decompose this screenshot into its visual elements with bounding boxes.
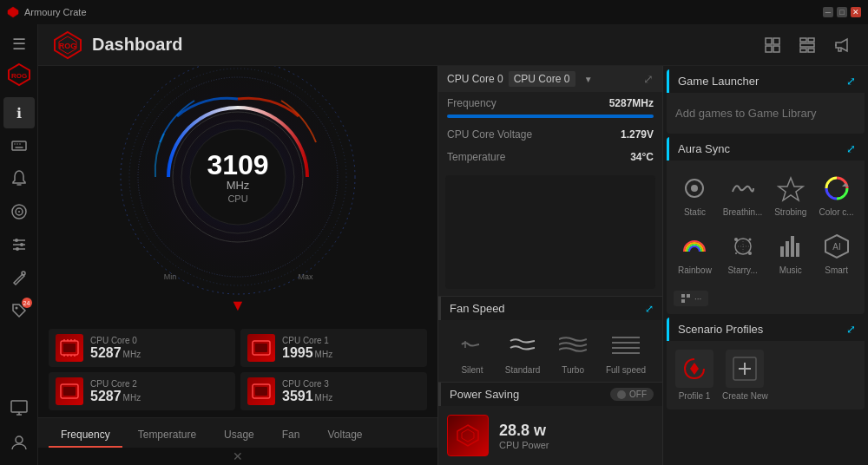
- power-saving-body: 28.8 w CPU Power: [438, 406, 662, 465]
- svg-rect-75: [791, 236, 794, 257]
- cpu-core-3-name: CPU Core 3: [282, 379, 420, 389]
- frequency-row: Frequency 5287MHz: [438, 92, 662, 115]
- gauge-unit: MHz: [207, 178, 268, 191]
- aura-extra-controls: ···: [667, 287, 865, 314]
- power-value: 28.8 w: [499, 422, 549, 440]
- sidebar-item-display[interactable]: [3, 392, 35, 423]
- create-new-icon: [726, 350, 764, 388]
- toggle-dot: [617, 390, 626, 399]
- fan-expand-icon[interactable]: ⤢: [645, 303, 654, 315]
- scenario-expand-icon[interactable]: ⤢: [846, 323, 856, 336]
- aura-breathing[interactable]: Breathin...: [720, 167, 766, 222]
- svg-rect-81: [681, 299, 685, 303]
- sidebar-item-badge[interactable]: 24: [3, 295, 35, 326]
- sidebar-item-sliders[interactable]: [3, 229, 35, 260]
- create-new-profile[interactable]: Create New: [722, 350, 768, 401]
- fan-standard[interactable]: Standard: [505, 327, 541, 375]
- scenario-profiles-title: Scenario Profiles: [678, 323, 763, 336]
- cpu-core-0-value: 5287: [90, 345, 122, 361]
- svg-marker-66: [779, 178, 803, 200]
- fan-turbo-svg: [559, 332, 587, 357]
- svg-rect-55: [63, 344, 76, 352]
- starry-icon-svg: [729, 232, 757, 260]
- aura-starry-icon: [727, 231, 759, 262]
- svg-point-65: [691, 185, 698, 192]
- game-launcher-expand-icon[interactable]: ⤢: [846, 75, 856, 88]
- aura-color-cycle[interactable]: Color c...: [815, 167, 858, 222]
- hamburger-menu[interactable]: ☰: [3, 31, 35, 57]
- tab-frequency[interactable]: Frequency: [49, 423, 122, 448]
- aura-static-label: Static: [684, 207, 706, 217]
- aura-smart[interactable]: AI Smart: [815, 226, 858, 280]
- fan-turbo-label: Turbo: [562, 365, 584, 375]
- fan-standard-svg: [509, 332, 536, 357]
- svg-rect-30: [773, 46, 779, 52]
- aura-sync-title: Aura Sync: [678, 142, 730, 155]
- power-saving-widget: Power Saving OFF: [438, 382, 662, 465]
- tab-temperature[interactable]: Temperature: [126, 423, 208, 448]
- tab-usage[interactable]: Usage: [212, 423, 266, 448]
- aura-strobing[interactable]: Strobing: [769, 167, 812, 222]
- cpu-core-dropdown[interactable]: CPU Core 0 CPU Core 1 CPU Core 2 CPU Cor…: [509, 71, 575, 87]
- fan-fullspeed[interactable]: Full speed: [606, 327, 646, 375]
- game-launcher-widget: Game Launcher ⤢ Add games to Game Librar…: [667, 69, 865, 134]
- svg-rect-73: [780, 246, 784, 257]
- keyboard-icon: [10, 137, 28, 154]
- svg-rect-20: [11, 401, 27, 412]
- cpu-monitor-header: CPU Core 0 CPU Core 0 CPU Core 1 CPU Cor…: [438, 66, 662, 92]
- svg-rect-79: [681, 294, 685, 298]
- header: ROG Dashboard: [38, 24, 868, 66]
- cpu-icon-0: [59, 339, 80, 357]
- cpu-core-3-item: CPU Core 3 3591 MHz: [240, 372, 427, 410]
- svg-point-71: [735, 252, 737, 254]
- notifications-button[interactable]: [830, 33, 854, 57]
- aura-starry[interactable]: Starry...: [720, 226, 766, 280]
- layout-view-button[interactable]: [795, 33, 819, 57]
- aura-music[interactable]: Music: [769, 226, 812, 280]
- svg-rect-61: [255, 387, 267, 396]
- frequency-bar: [447, 115, 654, 118]
- svg-rect-28: [773, 38, 779, 44]
- svg-rect-34: [800, 49, 806, 52]
- sidebar-item-dashboard[interactable]: ℹ: [3, 97, 35, 128]
- svg-text:ROG: ROG: [10, 72, 26, 80]
- tab-fan[interactable]: Fan: [270, 423, 312, 448]
- grid-view-button[interactable]: [760, 33, 785, 57]
- aura-rainbow-label: Rainbow: [678, 265, 712, 275]
- fan-turbo[interactable]: Turbo: [556, 327, 590, 375]
- aura-expand-icon[interactable]: ⤢: [846, 142, 856, 155]
- svg-point-19: [15, 307, 17, 310]
- rog-logo-icon: ROG: [7, 62, 31, 87]
- svg-point-72: [748, 252, 752, 255]
- aura-rainbow-icon: [679, 231, 710, 262]
- aura-extra-button[interactable]: ···: [674, 291, 708, 306]
- cpu-core-1-name: CPU Core 1: [282, 336, 420, 345]
- bottom-close-icon[interactable]: ✕: [38, 448, 437, 465]
- sidebar-item-tools[interactable]: [3, 262, 35, 293]
- left-panel: Min Max 3109 MHz CPU ▼: [38, 66, 437, 465]
- aura-static-icon: [679, 173, 710, 204]
- expand-icon[interactable]: ⤢: [643, 72, 654, 86]
- voltage-label: CPU Core Voltage: [447, 128, 532, 141]
- aura-smart-label: Smart: [825, 265, 848, 275]
- sidebar-item-profile[interactable]: [3, 427, 35, 458]
- sidebar-item-target[interactable]: [3, 196, 35, 227]
- fan-silent[interactable]: Silent: [455, 327, 490, 375]
- tab-voltage[interactable]: Voltage: [315, 423, 374, 448]
- svg-rect-29: [766, 46, 772, 52]
- maximize-button[interactable]: □: [837, 7, 847, 17]
- sidebar-item-keyboard[interactable]: [3, 130, 35, 161]
- sidebar-item-alerts[interactable]: [3, 163, 35, 194]
- aura-rainbow[interactable]: Rainbow: [674, 226, 716, 280]
- minimize-button[interactable]: ─: [823, 7, 833, 17]
- titlebar: Armoury Crate ─ □ ✕: [0, 0, 868, 24]
- svg-point-11: [18, 211, 20, 213]
- close-button[interactable]: ✕: [851, 7, 861, 17]
- fan-fullspeed-icon: [608, 327, 643, 362]
- svg-rect-32: [808, 38, 814, 42]
- aura-static[interactable]: Static: [674, 167, 716, 222]
- cpu-cores-grid: CPU Core 0 5287 MHz: [38, 322, 437, 417]
- power-toggle[interactable]: OFF: [610, 388, 654, 401]
- profile-1[interactable]: Profile 1: [675, 350, 713, 401]
- aura-color-icon: [821, 173, 852, 204]
